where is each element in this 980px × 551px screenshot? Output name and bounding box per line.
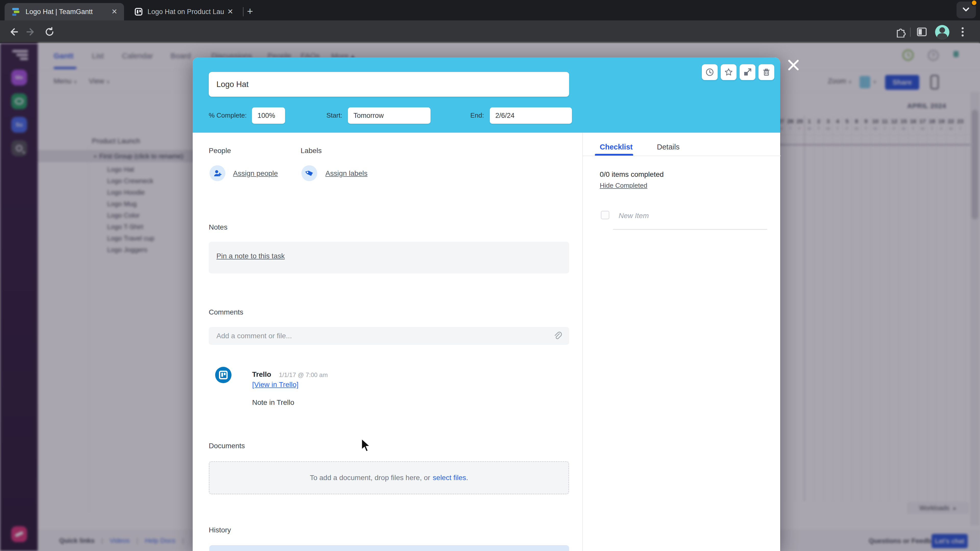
comment-author: Trello (252, 370, 271, 379)
new-item-placeholder[interactable]: New Item (619, 212, 649, 220)
extensions-icon[interactable] (894, 25, 907, 38)
trello-favicon-icon (135, 8, 142, 16)
trello-logo-icon (219, 371, 228, 380)
modal-actions (702, 64, 774, 80)
browser-tab-active[interactable]: Logo Hat | TeamGantt ✕ (5, 3, 124, 21)
pin-note-link[interactable]: Pin a note to this task (216, 252, 285, 260)
start-label: Start: (326, 111, 342, 119)
tab-divider (243, 7, 243, 16)
tab-close-icon[interactable]: ✕ (228, 8, 233, 15)
delete-button[interactable] (759, 64, 774, 80)
back-button[interactable] (6, 25, 20, 38)
people-label: People (209, 147, 231, 155)
new-item-checkbox[interactable] (601, 211, 609, 219)
task-detail-modal: % Complete: Start: End: People Labels As… (192, 57, 780, 551)
hide-completed-link[interactable]: Hide Completed (600, 182, 647, 189)
profile-avatar[interactable] (935, 25, 950, 39)
update-notification-dot (971, 0, 977, 6)
side-panel-icon[interactable] (915, 25, 928, 38)
new-item-input-line (613, 229, 767, 230)
labels-label: Labels (301, 147, 322, 155)
browser-tab-strip: Logo Hat | TeamGantt ✕ Logo Hat on Produ… (0, 0, 980, 21)
end-label: End: (470, 111, 484, 119)
new-tab-button[interactable]: + (247, 6, 253, 17)
browser-toolbar: app.teamgantt.com/projects/gantt/edit/14… (0, 21, 980, 43)
trello-avatar (215, 367, 231, 383)
select-files-link[interactable]: select files. (433, 474, 468, 482)
tab-checklist[interactable]: Checklist (600, 143, 633, 151)
reload-button[interactable] (43, 25, 56, 38)
tab-title: Logo Hat | TeamGantt (25, 8, 93, 16)
modal-header: % Complete: Start: End: (192, 57, 780, 133)
modal-body: People Labels Assign people Assign label… (192, 133, 780, 551)
percent-complete-input[interactable] (252, 107, 285, 124)
attach-file-icon[interactable] (553, 332, 562, 340)
star-button[interactable] (721, 64, 737, 80)
notes-label: Notes (209, 223, 228, 231)
assign-labels-icon[interactable] (301, 165, 317, 181)
task-fields-row: % Complete: Start: End: (192, 107, 780, 124)
documents-label: Documents (209, 442, 245, 450)
browser-menu-icon[interactable] (956, 25, 969, 38)
notes-box: Pin a note to this task (209, 242, 569, 273)
history-entry-bar (209, 545, 569, 551)
start-date-input[interactable] (348, 107, 431, 124)
items-completed-text: 0/0 items completed (600, 170, 664, 179)
task-title-input[interactable] (209, 72, 569, 97)
document-dropzone[interactable]: To add a document, drop files here, or s… (209, 461, 569, 494)
close-modal-icon[interactable] (788, 59, 799, 71)
modal-side-panel: Checklist Details 0/0 items completed Hi… (582, 133, 780, 551)
browser-tab-inactive[interactable]: Logo Hat on Product Launch ✕ (127, 3, 240, 21)
comments-label: Comments (209, 308, 243, 316)
tab-details[interactable]: Details (657, 143, 679, 151)
tab-search-button[interactable] (956, 2, 976, 18)
comment-input[interactable]: Add a comment or file... (209, 327, 569, 345)
assign-people-link[interactable]: Assign people (233, 169, 278, 178)
history-label: History (209, 526, 231, 534)
teamgantt-favicon-icon (12, 7, 21, 16)
toolbar-divider (910, 27, 911, 37)
comment-placeholder: Add a comment or file... (216, 332, 292, 340)
expand-button[interactable] (740, 64, 756, 80)
time-tracking-button[interactable] (702, 64, 718, 80)
mouse-cursor (361, 438, 372, 453)
modal-main-column: People Labels Assign people Assign label… (192, 133, 582, 551)
view-in-trello-link[interactable]: [View in Trello] (252, 381, 299, 389)
tab-close-icon[interactable]: ✕ (111, 8, 118, 15)
comment-body: Note in Trello (252, 399, 294, 407)
tab-title: Logo Hat on Product Launch (148, 8, 224, 16)
comment-timestamp: 1/1/17 @ 7:00 am (279, 372, 328, 379)
workspace: MeSu GanttListCalendarBoardDiscussionsPe… (0, 43, 980, 551)
end-date-input[interactable] (490, 107, 572, 124)
assign-labels-link[interactable]: Assign labels (325, 169, 368, 178)
screen: Logo Hat | TeamGantt ✕ Logo Hat on Produ… (0, 0, 980, 551)
chevron-down-icon (962, 6, 970, 13)
assign-people-icon[interactable] (210, 165, 225, 181)
percent-complete-label: % Complete: (209, 111, 247, 119)
tabs-border (583, 156, 781, 156)
forward-button[interactable] (24, 25, 38, 38)
